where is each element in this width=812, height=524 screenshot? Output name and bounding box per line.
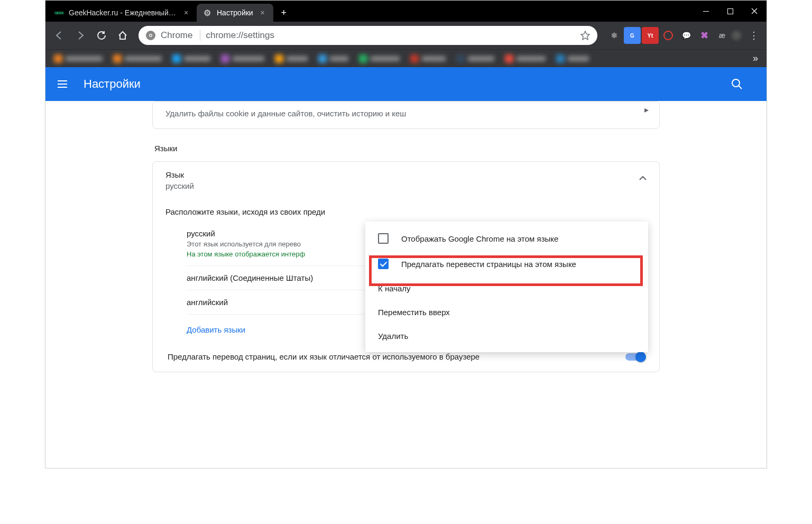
- hamburger-icon[interactable]: [56, 78, 69, 90]
- reload-button[interactable]: [92, 26, 111, 45]
- page-title: Настройки: [84, 77, 731, 91]
- bookmark-item[interactable]: [501, 52, 550, 65]
- popup-label: Переместить вверх: [378, 308, 450, 317]
- extension-icon[interactable]: ✽: [606, 27, 623, 44]
- window-controls: [694, 1, 767, 22]
- url-text: chrome://settings: [206, 30, 575, 41]
- offer-translate-row: Предлагать перевод страниц, если их язык…: [165, 352, 647, 361]
- popup-offer-translate[interactable]: Предлагать перевести страницы на этом яз…: [365, 251, 648, 277]
- bookmarks-overflow-icon[interactable]: »: [749, 53, 762, 64]
- maximize-button[interactable]: [718, 1, 742, 22]
- chevron-right-icon: ▸: [644, 105, 649, 115]
- popup-label: К началу: [378, 284, 411, 293]
- svg-point-5: [732, 79, 740, 87]
- language-expand-row[interactable]: Язык русский: [153, 162, 659, 196]
- language-value: русский: [165, 181, 639, 190]
- tab-geekhacker[interactable]: GEEK GeekHacker.ru - Ежедневный жу ×: [49, 4, 197, 22]
- bookmark-star-icon[interactable]: [580, 31, 590, 40]
- tab-strip: GEEK GeekHacker.ru - Ежедневный жу × ⚙ Н…: [45, 1, 694, 22]
- origin-chip: Chrome: [161, 30, 200, 41]
- bookmark-item[interactable]: [552, 52, 593, 65]
- checkbox-icon[interactable]: [378, 233, 389, 244]
- back-button[interactable]: [50, 26, 69, 45]
- settings-header: Настройки: [45, 67, 767, 101]
- bookmark-item[interactable]: [168, 52, 215, 65]
- toolbar: Chrome chrome://settings ✽ G Yt 💬 ✖ æ ⋮: [45, 22, 767, 49]
- order-instruction: Расположите языки, исходя из своих преди: [165, 207, 647, 216]
- settings-content[interactable]: Удалить файлы cookie и данные сайтов, оч…: [45, 101, 767, 468]
- menu-button[interactable]: ⋮: [745, 30, 762, 41]
- search-icon[interactable]: [731, 78, 743, 90]
- popup-move-up[interactable]: Переместить вверх: [365, 300, 648, 324]
- bookmark-item[interactable]: [109, 52, 166, 65]
- bookmark-item[interactable]: [355, 52, 404, 65]
- checkbox-checked-icon[interactable]: [378, 259, 389, 269]
- extension-icon[interactable]: Yt: [642, 27, 659, 44]
- clear-history-subtitle: Удалить файлы cookie и данные сайтов, оч…: [165, 109, 647, 118]
- language-options-popup: Отображать Google Chrome на этом языке П…: [365, 222, 648, 352]
- home-button[interactable]: [113, 26, 132, 45]
- language-label: Язык: [165, 170, 639, 179]
- popup-display-chrome[interactable]: Отображать Google Chrome на этом языке: [365, 226, 648, 251]
- popup-delete[interactable]: Удалить: [365, 324, 648, 348]
- offer-translate-toggle[interactable]: [625, 353, 644, 361]
- svg-rect-1: [727, 8, 733, 14]
- extension-icon[interactable]: æ: [714, 27, 731, 44]
- new-tab-button[interactable]: +: [276, 5, 291, 20]
- extension-icon[interactable]: 💬: [678, 27, 695, 44]
- svg-point-4: [150, 34, 152, 36]
- offer-translate-label: Предлагать перевод страниц, если их язык…: [168, 352, 625, 361]
- tab-title: GeekHacker.ru - Ежедневный жу: [69, 8, 177, 17]
- languages-section-title: Языки: [154, 144, 660, 153]
- close-window-button[interactable]: [742, 1, 767, 22]
- bookmark-item[interactable]: [314, 52, 353, 65]
- tab-title: Настройки: [217, 8, 253, 17]
- svg-rect-0: [703, 11, 709, 12]
- chrome-icon: [146, 31, 155, 40]
- popup-to-top[interactable]: К началу: [365, 277, 648, 300]
- titlebar: GEEK GeekHacker.ru - Ежедневный жу × ⚙ Н…: [45, 1, 767, 22]
- bookmarks-bar: »: [45, 49, 767, 67]
- favicon-geek: GEEK: [55, 8, 63, 17]
- clear-history-card[interactable]: Удалить файлы cookie и данные сайтов, оч…: [152, 101, 660, 129]
- extension-icon[interactable]: G: [624, 27, 641, 44]
- close-icon[interactable]: ×: [259, 8, 267, 17]
- extension-icon[interactable]: [660, 27, 677, 44]
- extensions-area: ✽ G Yt 💬 ✖ æ: [604, 27, 743, 44]
- bookmark-item[interactable]: [50, 52, 107, 65]
- chevron-up-icon: [639, 176, 647, 181]
- popup-label: Предлагать перевести страницы на этом яз…: [401, 260, 576, 269]
- bookmark-item[interactable]: [217, 52, 269, 65]
- minimize-button[interactable]: [694, 1, 718, 22]
- extension-icon[interactable]: [732, 31, 741, 40]
- browser-window: GEEK GeekHacker.ru - Ежедневный жу × ⚙ Н…: [45, 0, 767, 468]
- close-icon[interactable]: ×: [182, 8, 190, 17]
- bookmark-item[interactable]: [452, 52, 499, 65]
- gear-icon: ⚙: [203, 8, 211, 17]
- popup-label: Удалить: [378, 332, 408, 341]
- bookmark-item[interactable]: [406, 52, 450, 65]
- address-bar[interactable]: Chrome chrome://settings: [139, 26, 597, 45]
- extension-icon[interactable]: ✖: [696, 27, 713, 44]
- forward-button[interactable]: [71, 26, 90, 45]
- bookmark-item[interactable]: [271, 52, 312, 65]
- tab-settings[interactable]: ⚙ Настройки ×: [197, 4, 273, 22]
- popup-label: Отображать Google Chrome на этом языке: [401, 234, 558, 243]
